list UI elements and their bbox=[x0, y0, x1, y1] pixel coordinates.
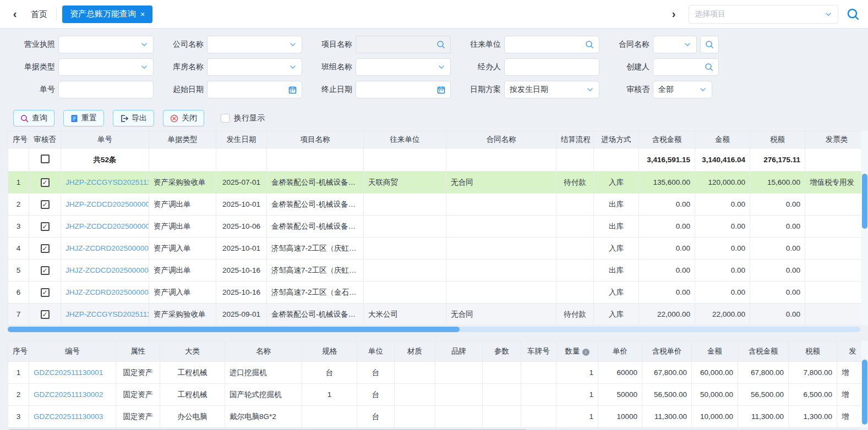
tabs-scroll-right-icon[interactable]: › bbox=[667, 7, 681, 21]
column-header-车牌号[interactable]: 车牌号 bbox=[521, 341, 556, 362]
doc-number-link[interactable]: JHZP-ZCCGYSD2025111 bbox=[65, 178, 149, 186]
query-button[interactable]: 查询 bbox=[13, 110, 54, 126]
select-日期方案[interactable]: 按发生日期 bbox=[504, 81, 599, 98]
select-all-checkbox[interactable] bbox=[41, 155, 50, 163]
column-header-项目名称[interactable]: 项目名称 bbox=[267, 131, 364, 148]
row-checkbox[interactable]: ✓ bbox=[41, 178, 50, 187]
document-row[interactable]: 7 ✓ JHZP-ZCCGYSD2025111 资产采购验收单 2025-09-… bbox=[8, 304, 868, 326]
row-checkbox[interactable]: ✓ bbox=[41, 266, 50, 275]
project-select[interactable]: 选择项目 bbox=[689, 5, 838, 24]
horizontal-scroll-thumb[interactable] bbox=[8, 327, 460, 332]
column-header-大类[interactable]: 大类 bbox=[160, 341, 225, 362]
column-header-含税单价[interactable]: 含税单价 bbox=[642, 341, 692, 362]
select-审核否[interactable]: 全部 bbox=[653, 81, 712, 98]
document-row[interactable]: 1 ✓ JHZP-ZCCGYSD2025111 资产采购验收单 2025-07-… bbox=[8, 172, 868, 194]
column-header-进场方式[interactable]: 进场方式 bbox=[594, 131, 639, 148]
column-header-品牌[interactable]: 品牌 bbox=[435, 341, 483, 362]
vertical-scroll-thumb[interactable] bbox=[862, 360, 867, 425]
column-header-审核否[interactable]: 审核否 bbox=[29, 131, 61, 148]
wrap-display-toggle[interactable]: 换行显示 bbox=[221, 113, 265, 123]
column-header-单号[interactable]: 单号 bbox=[61, 131, 149, 148]
reset-button[interactable]: 重置 bbox=[63, 110, 104, 126]
tab-asset-ledger-query[interactable]: 资产总账万能查询 × bbox=[62, 5, 152, 23]
document-row[interactable]: 5 ✓ JHJZ-ZCDCD202500000 资产调出单 2025-10-16… bbox=[8, 260, 868, 282]
row-checkbox[interactable]: ✓ bbox=[41, 288, 50, 297]
row-checkbox[interactable]: ✓ bbox=[41, 244, 50, 253]
row-checkbox[interactable]: ✓ bbox=[41, 200, 50, 209]
document-table-horizontal-scrollbar[interactable] bbox=[8, 327, 860, 332]
column-header-序号[interactable]: 序号 bbox=[8, 131, 29, 148]
column-header-含税金额[interactable]: 含税金额 bbox=[738, 341, 789, 362]
doc-number-link[interactable]: JHZP-ZCDCD202500000 bbox=[65, 222, 149, 230]
text-input-单号[interactable] bbox=[58, 81, 154, 98]
select-班组名称[interactable] bbox=[356, 58, 451, 76]
asset-code-link[interactable]: GDZC202511130003 bbox=[34, 412, 103, 421]
column-header-编号[interactable]: 编号 bbox=[29, 341, 116, 362]
column-header-单据类型[interactable]: 单据类型 bbox=[149, 131, 216, 148]
asset-code-link[interactable]: GDZC202511130002 bbox=[34, 390, 103, 399]
column-header-规格[interactable]: 规格 bbox=[302, 341, 357, 362]
asset-row[interactable]: 3 GDZC202511130003 固定资产 办公电脑 戴尔电脑8G*2 台 … bbox=[8, 406, 868, 428]
vertical-scroll-thumb[interactable] bbox=[862, 174, 867, 229]
column-header-单位[interactable]: 单位 bbox=[357, 341, 395, 362]
search-icon[interactable] bbox=[585, 40, 594, 49]
column-header-往来单位[interactable]: 往来单位 bbox=[364, 131, 446, 148]
export-button[interactable]: 导出 bbox=[113, 110, 154, 126]
column-header-含税金额[interactable]: 含税金额 bbox=[639, 131, 695, 148]
search-icon[interactable] bbox=[705, 63, 713, 71]
column-header-序号[interactable]: 序号 bbox=[8, 341, 29, 362]
close-button[interactable]: 关闭 bbox=[163, 110, 204, 126]
text-input-经办人[interactable] bbox=[504, 58, 599, 76]
column-header-属性[interactable]: 属性 bbox=[116, 341, 160, 362]
document-row[interactable]: 4 ✓ JHJZ-ZCDRD202500000 资产调入单 2025-10-01… bbox=[8, 238, 868, 260]
column-header-数量[interactable]: 数量i bbox=[556, 341, 598, 362]
column-header-名称[interactable]: 名称 bbox=[225, 341, 302, 362]
search-button-合同名称[interactable] bbox=[700, 36, 719, 53]
document-table-vertical-scrollbar[interactable] bbox=[861, 131, 868, 326]
document-row[interactable]: 2 ✓ JHZP-ZCDCD202500000 资产调出单 2025-10-01… bbox=[8, 194, 868, 216]
search-input-创建人[interactable] bbox=[653, 58, 719, 76]
search-icon[interactable] bbox=[436, 40, 445, 49]
global-search-icon[interactable] bbox=[846, 7, 860, 21]
tabs-scroll-left-icon[interactable]: ‹ bbox=[8, 7, 22, 21]
column-header-单价[interactable]: 单价 bbox=[598, 341, 642, 362]
document-row[interactable]: 3 ✓ JHZP-ZCDCD202500000 资产调出单 2025-10-06… bbox=[8, 216, 868, 238]
select-单据类型[interactable] bbox=[58, 58, 154, 76]
column-header-税额[interactable]: 税额 bbox=[750, 131, 805, 148]
select-合同名称[interactable] bbox=[653, 36, 697, 53]
column-header-合同名称[interactable]: 合同名称 bbox=[446, 131, 556, 148]
column-header-结算流程[interactable]: 结算流程 bbox=[556, 131, 594, 148]
asset-row[interactable]: 1 GDZC202511130001 固定资产 工程机械 进口挖掘机 台 台 1… bbox=[8, 362, 868, 384]
info-icon[interactable]: i bbox=[582, 349, 589, 356]
column-header-材质[interactable]: 材质 bbox=[395, 341, 435, 362]
wrap-display-checkbox[interactable] bbox=[221, 114, 230, 123]
row-checkbox[interactable]: ✓ bbox=[41, 310, 50, 319]
search-input-项目名称[interactable] bbox=[356, 36, 451, 53]
doc-number-link[interactable]: JHJZ-ZCDRD202500000 bbox=[65, 244, 149, 252]
column-header-金额[interactable]: 金额 bbox=[692, 341, 738, 362]
document-row[interactable]: 6 ✓ JHJZ-ZCDRD202500000 资产调入单 2025-10-16… bbox=[8, 282, 868, 304]
select-营业执照[interactable] bbox=[58, 36, 154, 53]
asset-code-link[interactable]: GDZC202511130001 bbox=[34, 368, 103, 377]
doc-number-link[interactable]: JHZP-ZCCGYSD2025111 bbox=[65, 310, 149, 318]
asset-row[interactable]: 2 GDZC202511130002 固定资产 工程机械 国产轮式挖掘机 1 台… bbox=[8, 384, 868, 406]
column-header-发票类[interactable]: 发票类 bbox=[805, 131, 868, 148]
calendar-icon[interactable] bbox=[288, 86, 297, 94]
column-header-税额[interactable]: 税额 bbox=[789, 341, 837, 362]
tab-close-icon[interactable]: × bbox=[140, 10, 145, 19]
row-checkbox[interactable]: ✓ bbox=[41, 222, 50, 231]
column-header-金额[interactable]: 金额 bbox=[695, 131, 750, 148]
doc-number-link[interactable]: JHZP-ZCDCD202500000 bbox=[65, 200, 149, 208]
search-input-往来单位[interactable] bbox=[504, 36, 599, 53]
tab-home[interactable]: 首页 bbox=[22, 5, 56, 23]
date-input-终止日期[interactable] bbox=[356, 81, 451, 98]
column-header-发生日期[interactable]: 发生日期 bbox=[216, 131, 267, 148]
date-input-起始日期[interactable] bbox=[207, 81, 302, 98]
column-header-参数[interactable]: 参数 bbox=[483, 341, 521, 362]
detail-table-vertical-scrollbar[interactable] bbox=[861, 341, 868, 428]
doc-number-link[interactable]: JHJZ-ZCDCD202500000 bbox=[65, 266, 149, 274]
calendar-icon[interactable] bbox=[437, 86, 445, 94]
select-公司名称[interactable] bbox=[207, 36, 302, 53]
select-库房名称[interactable] bbox=[207, 58, 302, 76]
doc-number-link[interactable]: JHJZ-ZCDRD202500000 bbox=[65, 288, 149, 296]
